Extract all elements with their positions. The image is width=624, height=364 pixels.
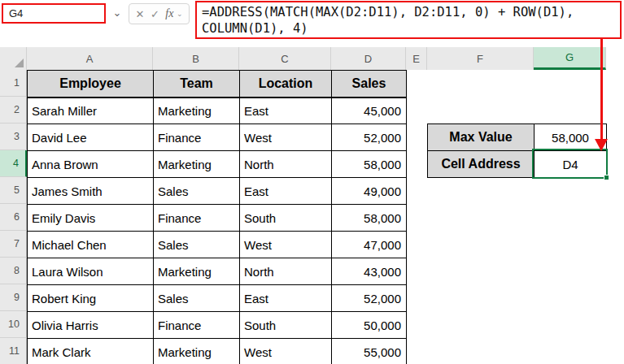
- cell-c6[interactable]: South: [240, 205, 332, 232]
- cell-a2[interactable]: Sarah Miller: [28, 98, 154, 124]
- select-all-corner[interactable]: [0, 47, 27, 70]
- header-team[interactable]: Team: [154, 71, 240, 98]
- cell-d4[interactable]: 58,000: [332, 151, 407, 178]
- row-header-2[interactable]: 2: [0, 97, 27, 124]
- cell-b11[interactable]: Marketing: [154, 339, 240, 364]
- cell-b3[interactable]: Finance: [154, 124, 240, 151]
- formula-buttons-group: ✕ ✓ fx ⌄: [129, 3, 190, 24]
- row-headers: 1 2 3 4 5 6 7 8 9 10 11: [0, 70, 27, 364]
- cell-d2[interactable]: 45,000: [332, 98, 407, 124]
- row-header-7[interactable]: 7: [0, 231, 27, 258]
- cell-c4[interactable]: North: [240, 151, 332, 178]
- fx-dropdown-icon[interactable]: ⌄: [177, 10, 183, 18]
- cancel-icon[interactable]: ✕: [136, 9, 145, 20]
- cell-d5[interactable]: 49,000: [332, 178, 407, 205]
- table-row: Mark Clark Marketing West 55,000: [28, 339, 407, 364]
- cell-c3[interactable]: West: [240, 124, 332, 151]
- cell-d7[interactable]: 47,000: [332, 232, 407, 258]
- table-row: Michael Chen Sales West 47,000: [28, 232, 407, 258]
- name-box-dropdown-icon[interactable]: ⌄: [111, 6, 124, 19]
- cell-b10[interactable]: Finance: [154, 312, 240, 339]
- table-row: Robert King Sales East 52,000: [28, 285, 407, 312]
- cell-d8[interactable]: 43,000: [332, 258, 407, 285]
- row-header-1[interactable]: 1: [0, 70, 27, 97]
- row-header-10[interactable]: 10: [0, 311, 27, 338]
- summary-row-address: Cell Address D4: [428, 151, 607, 178]
- table-row: Olivia Harris Finance South 50,000: [28, 312, 407, 339]
- cell-c7[interactable]: West: [240, 232, 332, 258]
- cell-address-result-cell[interactable]: D4: [535, 151, 607, 178]
- employee-table: Employee Team Location Sales Sarah Mille…: [27, 70, 407, 364]
- cell-c11[interactable]: West: [240, 339, 332, 364]
- cell-a9[interactable]: Robert King: [28, 285, 154, 312]
- cell-b2[interactable]: Marketing: [154, 98, 240, 124]
- column-header-a[interactable]: A: [27, 47, 153, 70]
- cell-c10[interactable]: South: [240, 312, 332, 339]
- column-header-g-selected[interactable]: G: [534, 47, 606, 70]
- cell-c9[interactable]: East: [240, 285, 332, 312]
- name-box[interactable]: G4: [2, 3, 106, 24]
- enter-icon[interactable]: ✓: [151, 9, 159, 20]
- table-row: David Lee Finance West 52,000: [28, 124, 407, 151]
- cell-b9[interactable]: Sales: [154, 285, 240, 312]
- cell-b4[interactable]: Marketing: [154, 151, 240, 178]
- summary-block: Max Value 58,000 Cell Address D4: [427, 124, 607, 178]
- header-sales[interactable]: Sales: [332, 71, 407, 98]
- max-value-label[interactable]: Max Value: [428, 124, 535, 151]
- cell-b8[interactable]: Marketing: [154, 258, 240, 285]
- table-row: James Smith Sales East 49,000: [28, 178, 407, 205]
- row-header-8[interactable]: 8: [0, 258, 27, 284]
- annotation-arrow-line: [600, 39, 603, 140]
- cell-a5[interactable]: James Smith: [28, 178, 154, 205]
- table-header-row: Employee Team Location Sales: [28, 71, 407, 98]
- column-header-b[interactable]: B: [153, 47, 239, 70]
- summary-row-max: Max Value 58,000: [428, 124, 607, 151]
- row-header-11[interactable]: 11: [0, 338, 27, 364]
- cell-c5[interactable]: East: [240, 178, 332, 205]
- select-all-triangle-icon: [15, 58, 24, 67]
- cell-d10[interactable]: 50,000: [332, 312, 407, 339]
- cell-b7[interactable]: Sales: [154, 232, 240, 258]
- column-header-e[interactable]: E: [406, 47, 427, 70]
- cell-d11[interactable]: 55,000: [332, 339, 407, 364]
- cell-b5[interactable]: Sales: [154, 178, 240, 205]
- column-header-c[interactable]: C: [239, 47, 331, 70]
- annotation-arrow-head-icon: [595, 139, 608, 151]
- insert-function-icon[interactable]: fx: [165, 7, 173, 20]
- cell-b6[interactable]: Finance: [154, 205, 240, 232]
- cell-c2[interactable]: East: [240, 98, 332, 124]
- cell-c8[interactable]: North: [240, 258, 332, 285]
- cell-a4[interactable]: Anna Brown: [28, 151, 154, 178]
- cell-a10[interactable]: Olivia Harris: [28, 312, 154, 339]
- row-header-3[interactable]: 3: [0, 124, 27, 150]
- formula-line-1: =ADDRESS(MATCH(MAX(D2:D11), D2:D11, 0) +…: [202, 4, 620, 20]
- row-header-5[interactable]: 5: [0, 177, 27, 204]
- header-location[interactable]: Location: [240, 71, 332, 98]
- header-employee[interactable]: Employee: [28, 71, 154, 98]
- cell-a7[interactable]: Michael Chen: [28, 232, 154, 258]
- cell-d9[interactable]: 52,000: [332, 285, 407, 312]
- cell-a11[interactable]: Mark Clark: [28, 339, 154, 364]
- cell-address-label[interactable]: Cell Address: [428, 151, 535, 178]
- row-header-9[interactable]: 9: [0, 284, 27, 311]
- column-header-d[interactable]: D: [331, 47, 406, 70]
- row-header-6[interactable]: 6: [0, 204, 27, 231]
- cell-d3[interactable]: 52,000: [332, 124, 407, 151]
- formula-line-2: COLUMN(D1), 4): [202, 20, 620, 37]
- cell-a6[interactable]: Emily Davis: [28, 205, 154, 232]
- table-row: Emily Davis Finance South 58,000: [28, 205, 407, 232]
- row-header-4-selected[interactable]: 4: [0, 150, 27, 177]
- formula-bar: G4 ⌄ ✕ ✓ fx ⌄ =ADDRESS(MATCH(MAX(D2:D11)…: [0, 0, 624, 47]
- column-headers: A B C D E F G: [0, 47, 606, 70]
- cell-a3[interactable]: David Lee: [28, 124, 154, 151]
- table-row: Sarah Miller Marketing East 45,000: [28, 98, 407, 124]
- cell-d6[interactable]: 58,000: [332, 205, 407, 232]
- table-row: Laura Wilson Marketing North 43,000: [28, 258, 407, 285]
- cell-a8[interactable]: Laura Wilson: [28, 258, 154, 285]
- excel-spreadsheet: G4 ⌄ ✕ ✓ fx ⌄ =ADDRESS(MATCH(MAX(D2:D11)…: [0, 0, 624, 364]
- column-header-f[interactable]: F: [427, 47, 534, 70]
- table-row: Anna Brown Marketing North 58,000: [28, 151, 407, 178]
- formula-input[interactable]: =ADDRESS(MATCH(MAX(D2:D11), D2:D11, 0) +…: [195, 1, 622, 39]
